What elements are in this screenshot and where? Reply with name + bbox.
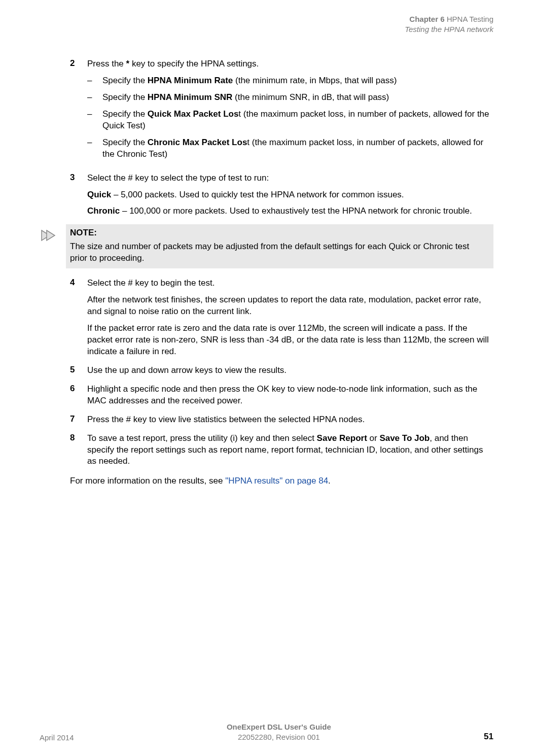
sublist-item: – Specify the Chronic Max Packet Lost (t… (87, 137, 493, 160)
sublist-item: – Specify the HPNA Minimum SNR (the mini… (87, 92, 493, 104)
note-arrow-icon (40, 224, 61, 245)
step-number: 2 (70, 58, 87, 165)
note-title: NOTE: (70, 227, 488, 239)
step-text: To save a test report, press the utility… (87, 433, 493, 468)
dash: – (87, 92, 102, 104)
step-3: 3 Select the # key to select the type of… (70, 173, 493, 218)
note-body: The size and number of packets may be ad… (70, 241, 488, 264)
page-number: 51 (484, 732, 493, 742)
step-body: Press the # key to view live statistics … (87, 414, 493, 426)
chapter-prefix: Chapter 6 (409, 15, 444, 23)
sublist-text: Specify the Quick Max Packet Lost (the m… (102, 109, 493, 132)
closing-paragraph: For more information on the results, see… (70, 475, 493, 487)
footer-doc-id: 22052280, Revision 001 (227, 732, 331, 742)
footer-date: April 2014 (40, 733, 74, 742)
step-chronic: Chronic – 100,000 or more packets. Used … (87, 205, 493, 217)
note-box: NOTE: The size and number of packets may… (66, 224, 493, 268)
closing-text: . (328, 476, 331, 486)
step-8: 8 To save a test report, press the utili… (70, 433, 493, 468)
step-number: 3 (70, 173, 87, 218)
step-sublist: – Specify the HPNA Minimum Rate (the min… (87, 75, 493, 160)
step-intro: Press the * key to specify the HPNA sett… (87, 58, 493, 70)
dash: – (87, 137, 102, 160)
header-chapter-line: Chapter 6 HPNA Testing (40, 14, 493, 24)
sublist-item: – Specify the Quick Max Packet Lost (the… (87, 109, 493, 132)
page-footer: April 2014 OneExpert DSL User's Guide 22… (40, 722, 493, 742)
sublist-item: – Specify the HPNA Minimum Rate (the min… (87, 75, 493, 87)
step-body: Highlight a specific node and then press… (87, 384, 493, 407)
cross-reference-link[interactable]: "HPNA results" on page 84 (225, 476, 328, 486)
sublist-text: Specify the Chronic Max Packet Lost (the… (102, 137, 493, 160)
step-2: 2 Press the * key to specify the HPNA se… (70, 58, 493, 165)
dash: – (87, 109, 102, 132)
step-number: 7 (70, 414, 87, 426)
step-body: Select the # key to select the type of t… (87, 173, 493, 218)
step-quick: Quick – 5,000 packets. Used to quickly t… (87, 189, 493, 201)
step-number: 4 (70, 278, 87, 358)
step-4: 4 Select the # key to begin the test. Af… (70, 278, 493, 358)
step-7: 7 Press the # key to view live statistic… (70, 414, 493, 426)
sublist-text: Specify the HPNA Minimum SNR (the minimu… (102, 92, 493, 104)
step-text: Highlight a specific node and then press… (87, 384, 493, 407)
header-section: Testing the HPNA network (40, 24, 493, 35)
step-text: Use the up and down arrow keys to view t… (87, 365, 493, 376)
step-5: 5 Use the up and down arrow keys to view… (70, 365, 493, 376)
content-body: 2 Press the * key to specify the HPNA se… (40, 58, 493, 487)
step-body: Select the # key to begin the test. Afte… (87, 278, 493, 358)
step-body: Use the up and down arrow keys to view t… (87, 365, 493, 376)
step-6: 6 Highlight a specific node and then pre… (70, 384, 493, 407)
dash: – (87, 75, 102, 87)
step-number: 8 (70, 433, 87, 468)
svg-marker-1 (47, 230, 55, 240)
step-number: 6 (70, 384, 87, 407)
sublist-text: Specify the HPNA Minimum Rate (the minim… (102, 75, 493, 87)
note-block: NOTE: The size and number of packets may… (40, 224, 493, 268)
step-number: 5 (70, 365, 87, 376)
footer-center: OneExpert DSL User's Guide 22052280, Rev… (227, 722, 331, 742)
step-intro: Select the # key to select the type of t… (87, 173, 493, 184)
step-text: Select the # key to begin the test. (87, 278, 493, 289)
step-text: Press the # key to view live statistics … (87, 414, 493, 426)
step-text: If the packet error rate is zero and the… (87, 323, 493, 358)
step-body: Press the * key to specify the HPNA sett… (87, 58, 493, 165)
closing-text: For more information on the results, see (70, 476, 225, 486)
step-text: After the network test finishes, the scr… (87, 294, 493, 318)
chapter-title: HPNA Testing (447, 15, 493, 23)
page-header: Chapter 6 HPNA Testing Testing the HPNA … (40, 14, 493, 34)
footer-guide-title: OneExpert DSL User's Guide (227, 722, 331, 732)
step-body: To save a test report, press the utility… (87, 433, 493, 468)
